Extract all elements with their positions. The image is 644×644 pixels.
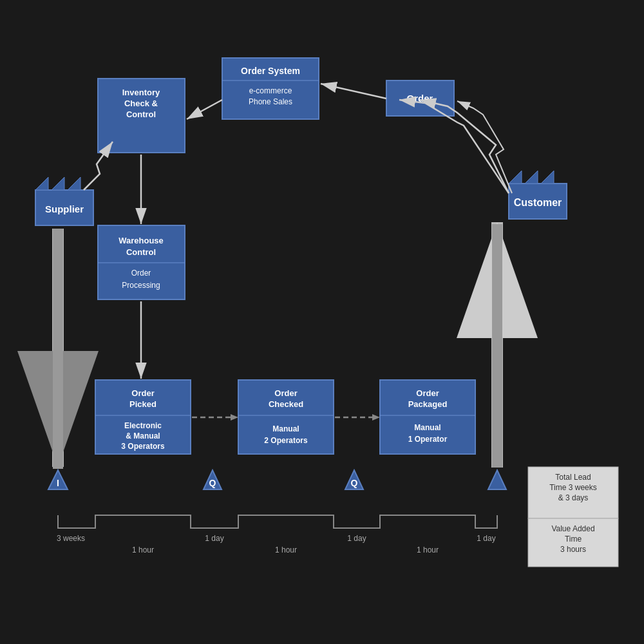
diagram-container: Supplier Customer Order System e-commerc… <box>0 0 644 644</box>
svg-rect-38 <box>380 380 475 454</box>
svg-text:Picked: Picked <box>129 399 156 409</box>
customer-icon: Customer <box>509 171 567 219</box>
svg-text:Order: Order <box>131 388 154 398</box>
svg-rect-25 <box>95 380 191 454</box>
svg-text:Time: Time <box>565 535 582 544</box>
svg-text:Phone Sales: Phone Sales <box>249 97 292 106</box>
svg-text:Total Lead: Total Lead <box>555 473 591 482</box>
svg-text:e-commerce: e-commerce <box>249 86 292 95</box>
inventory-check-box: Inventory Check & Control <box>98 79 185 153</box>
svg-text:Order: Order <box>407 93 433 104</box>
svg-text:1 hour: 1 hour <box>132 545 154 554</box>
svg-line-54 <box>321 84 386 99</box>
triangle-q-2: Q <box>345 470 363 489</box>
svg-rect-77 <box>528 518 618 567</box>
svg-marker-3 <box>68 177 80 190</box>
order-system-box: Order System e-commerce Phone Sales <box>222 58 319 119</box>
svg-marker-1 <box>35 177 48 190</box>
svg-text:Value Added: Value Added <box>551 524 594 533</box>
order-box: Order <box>386 80 454 116</box>
svg-text:1 hour: 1 hour <box>275 545 297 554</box>
svg-rect-13 <box>386 80 454 116</box>
svg-text:Order System: Order System <box>241 66 300 76</box>
svg-text:2 Operators: 2 Operators <box>264 436 308 445</box>
svg-text:1 day: 1 day <box>477 534 495 543</box>
supplier-icon: Supplier <box>35 177 93 225</box>
svg-text:3 weeks: 3 weeks <box>57 534 85 543</box>
svg-rect-19 <box>98 225 185 299</box>
svg-marker-48 <box>345 470 363 489</box>
svg-text:Packaged: Packaged <box>408 399 448 409</box>
svg-text:1 Operator: 1 Operator <box>408 435 448 444</box>
svg-marker-63 <box>231 414 238 421</box>
warehouse-control-box: Warehouse Control Order Processing <box>98 225 185 299</box>
svg-text:Manual: Manual <box>414 423 440 432</box>
svg-text:Control: Control <box>126 109 156 119</box>
svg-rect-73 <box>528 467 618 518</box>
svg-marker-7 <box>541 171 554 184</box>
svg-line-55 <box>187 100 222 119</box>
svg-text:Warehouse: Warehouse <box>118 236 164 245</box>
svg-text:Inventory: Inventory <box>122 88 160 97</box>
svg-text:Order: Order <box>274 388 297 398</box>
svg-text:Electronic: Electronic <box>124 421 162 430</box>
svg-text:3 hours: 3 hours <box>560 545 586 554</box>
svg-text:Check &: Check & <box>124 99 158 108</box>
svg-text:Control: Control <box>126 247 156 257</box>
triangle-i-right <box>488 470 506 489</box>
svg-marker-46 <box>204 470 222 489</box>
svg-marker-2 <box>52 177 64 190</box>
svg-text:3 Operators: 3 Operators <box>121 442 165 451</box>
svg-text:& Manual: & Manual <box>126 431 160 440</box>
svg-rect-15 <box>98 79 185 153</box>
svg-marker-50 <box>488 470 506 489</box>
svg-rect-32 <box>238 380 334 454</box>
svg-text:Order: Order <box>131 269 151 278</box>
svg-text:1 hour: 1 hour <box>417 545 439 554</box>
svg-rect-8 <box>222 58 319 119</box>
svg-text:Q: Q <box>351 478 358 488</box>
svg-text:Q: Q <box>209 478 216 488</box>
svg-text:Checked: Checked <box>269 399 303 409</box>
svg-text:Order: Order <box>416 388 439 398</box>
order-picked-box: Order Picked Electronic & Manual 3 Opera… <box>95 380 191 454</box>
customer-label: Customer <box>514 197 562 208</box>
svg-text:Processing: Processing <box>122 281 160 290</box>
triangle-q-1: Q <box>204 470 222 489</box>
svg-rect-4 <box>509 184 567 219</box>
supplier-label: Supplier <box>45 204 84 214</box>
svg-text:Time 3 weeks: Time 3 weeks <box>549 483 597 492</box>
svg-overlay: Supplier Customer Order System e-commerc… <box>0 0 644 644</box>
svg-text:I: I <box>57 478 59 488</box>
svg-marker-44 <box>48 470 68 489</box>
triangle-i-left: I <box>48 470 68 489</box>
svg-marker-5 <box>509 171 522 184</box>
svg-text:& 3 days: & 3 days <box>558 493 589 502</box>
svg-marker-65 <box>372 414 380 421</box>
order-packaged-box: Order Packaged Manual 1 Operator <box>380 380 475 454</box>
svg-rect-0 <box>35 190 93 225</box>
svg-marker-6 <box>525 171 538 184</box>
order-checked-box: Order Checked Manual 2 Operators <box>238 380 334 454</box>
svg-text:1 day: 1 day <box>205 534 223 543</box>
svg-text:Manual: Manual <box>272 424 299 433</box>
svg-text:1 day: 1 day <box>347 534 366 543</box>
